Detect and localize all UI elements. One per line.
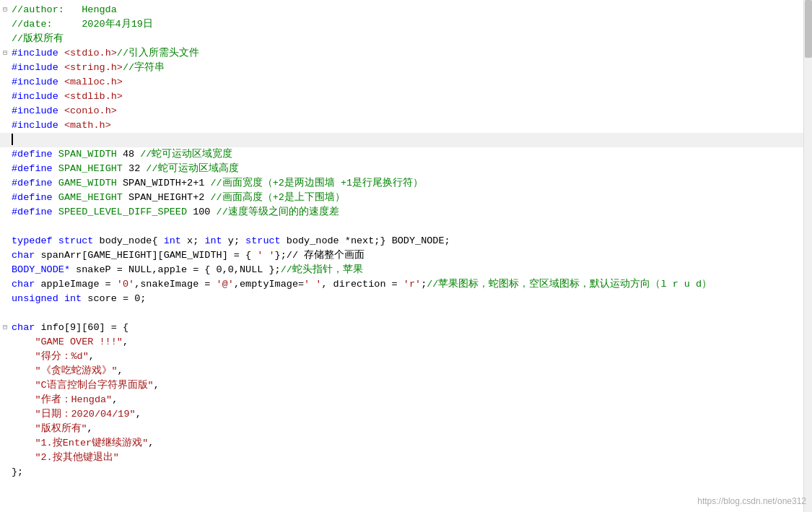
fold-icon[interactable]: ⊟ xyxy=(3,321,12,335)
line-code: #include <malloc.h> xyxy=(12,75,809,90)
code-token xyxy=(53,163,58,174)
code-token: appleImage = xyxy=(35,279,116,290)
code-line: char spanArr[GAME_HEIGHT][GAME_WIDTH] = … xyxy=(0,248,812,263)
code-token: //引入所需头文件 xyxy=(117,48,199,58)
code-line: "得分：%d", xyxy=(0,350,812,364)
code-line: "1.按Enter键继续游戏", xyxy=(0,436,812,451)
line-code: //author: Hengda xyxy=(12,3,809,17)
code-token: #include xyxy=(12,105,58,116)
line-code: typedef struct body_node{ int x; int y; … xyxy=(12,234,809,248)
code-token: SPEED_LEVEL_DIFF_SPEED xyxy=(58,207,187,217)
code-token: SPAN_WIDTH xyxy=(58,149,117,160)
code-token: SPAN_HEIGHT+2 xyxy=(123,192,211,203)
line-code: #include <string.h>//字符串 xyxy=(12,61,809,75)
line-code: #include <stdio.h>//引入所需头文件 xyxy=(12,46,809,61)
code-token: '0' xyxy=(117,279,134,290)
code-token: snakeP = NULL,apple = { 0,0,NULL }; xyxy=(70,264,281,275)
code-token: "GAME OVER !!!" xyxy=(35,337,123,347)
line-code: "1.按Enter键继续游戏", xyxy=(12,436,809,451)
code-token: //蛇头指针，苹果 xyxy=(281,264,363,275)
code-token xyxy=(58,105,64,116)
code-token xyxy=(58,91,64,102)
fold-icon[interactable]: ⊟ xyxy=(3,46,12,61)
code-token: , xyxy=(154,380,160,391)
code-token: //author: Hengda xyxy=(12,4,117,15)
code-line: #define SPEED_LEVEL_DIFF_SPEED 100 //速度等… xyxy=(0,205,812,220)
line-code: #include <math.h> xyxy=(12,118,809,133)
code-token: score = 0; xyxy=(82,293,146,304)
code-line: #include <conio.h> xyxy=(0,104,812,118)
code-line: #include <malloc.h> xyxy=(0,75,812,90)
code-line: #define GAME_WIDTH SPAN_WIDTH+2+1 //画面宽度… xyxy=(0,176,812,191)
code-token: char xyxy=(12,279,35,290)
code-token: SPAN_WIDTH+2+1 xyxy=(117,178,211,188)
fold-icon[interactable]: ⊟ xyxy=(3,3,12,17)
code-token: #define xyxy=(12,163,53,174)
code-token: x; xyxy=(181,235,204,246)
code-token: typedef xyxy=(12,235,53,246)
code-token: "C语言控制台字符界面版" xyxy=(35,380,153,391)
code-editor[interactable]: ⊟//author: Hengda//date: 2020年4月19日//版权所… xyxy=(0,0,812,512)
line-code: #define SPAN_HEIGHT 32 //蛇可运动区域高度 xyxy=(12,162,809,176)
code-token: int xyxy=(164,235,181,246)
code-token: <stdio.h> xyxy=(64,48,117,58)
code-line: ⊟char info[9][60] = { xyxy=(0,321,812,335)
line-code: "2.按其他键退出" xyxy=(12,451,809,465)
code-line xyxy=(0,306,812,321)
code-line: #define SPAN_WIDTH 48 //蛇可运动区域宽度 xyxy=(0,147,812,162)
code-line: ⊟//author: Hengda xyxy=(0,3,812,17)
code-token xyxy=(58,120,64,131)
code-token: , xyxy=(112,394,118,405)
line-code: unsigned int score = 0; xyxy=(12,292,809,306)
code-line: typedef struct body_node{ int x; int y; … xyxy=(0,234,812,248)
code-line: BODY_NODE* snakeP = NULL,apple = { 0,0,N… xyxy=(0,263,812,277)
code-token: , xyxy=(118,365,123,376)
code-token: #define xyxy=(12,178,53,188)
code-token xyxy=(58,62,64,73)
code-token: //苹果图标，蛇图标，空区域图标，默认运动方向（l r u d） xyxy=(427,279,712,290)
code-token: 48 xyxy=(117,149,140,160)
code-content: ⊟//author: Hengda//date: 2020年4月19日//版权所… xyxy=(0,0,812,482)
code-token xyxy=(58,77,64,87)
code-token: "得分：%d" xyxy=(35,351,88,362)
line-code: char appleImage = '0',snakeImage = '@',e… xyxy=(12,277,809,292)
line-code xyxy=(12,133,809,147)
code-token: 100 xyxy=(187,207,217,217)
code-token: "1.按Enter键继续游戏" xyxy=(35,438,148,448)
code-token: #define xyxy=(12,207,53,217)
code-token: ' ' xyxy=(304,279,321,290)
code-token: , xyxy=(123,337,128,347)
code-token: //画面高度（+2是上下围墙） xyxy=(210,192,344,203)
code-line: "GAME OVER !!!", xyxy=(0,335,812,350)
code-token: //画面宽度（+2是两边围墙 +1是行尾换行符） xyxy=(210,178,423,188)
code-token: , xyxy=(136,409,141,420)
code-line: "C语言控制台字符界面版", xyxy=(0,378,812,393)
code-line: "日期：2020/04/19", xyxy=(0,407,812,422)
code-token: #define xyxy=(12,192,53,203)
scroll-bar[interactable] xyxy=(803,0,812,512)
line-code: #include <stdlib.h> xyxy=(12,90,809,104)
code-token: <math.h> xyxy=(64,120,111,131)
code-token: , xyxy=(89,351,95,362)
code-token: y; xyxy=(222,235,245,246)
line-code: "作者：Hengda", xyxy=(12,393,809,407)
code-token xyxy=(53,207,58,217)
code-token: <stdlib.h> xyxy=(64,91,123,102)
code-line: #include <stdlib.h> xyxy=(0,90,812,104)
line-code: #define SPAN_WIDTH 48 //蛇可运动区域宽度 xyxy=(12,147,809,162)
code-token: "作者：Hengda" xyxy=(35,394,112,405)
code-line: "2.按其他键退出" xyxy=(0,451,812,465)
code-token: info[9][60] = { xyxy=(35,322,128,333)
code-token: ,snakeImage = xyxy=(134,279,216,290)
code-token: struct xyxy=(58,235,94,246)
code-line: "作者：Hengda", xyxy=(0,393,812,407)
code-token xyxy=(53,149,58,160)
line-code: #define SPEED_LEVEL_DIFF_SPEED 100 //速度等… xyxy=(12,205,809,220)
code-token: BODY_NODE* xyxy=(12,264,70,275)
code-line: "版权所有", xyxy=(0,422,812,436)
scroll-thumb[interactable] xyxy=(805,0,812,58)
code-token xyxy=(53,192,58,203)
code-token: //速度等级之间的的速度差 xyxy=(217,207,339,217)
code-token: char xyxy=(12,250,35,261)
code-token: struct xyxy=(245,235,281,246)
